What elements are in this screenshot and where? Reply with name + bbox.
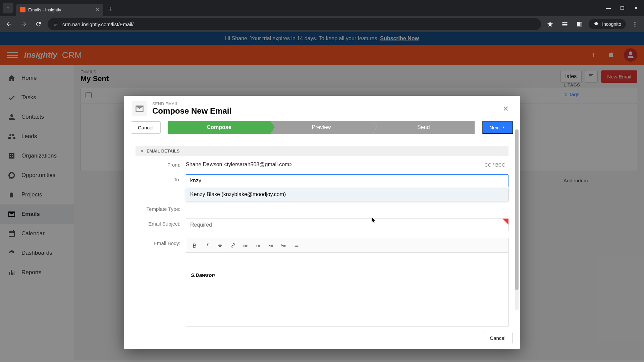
- next-button[interactable]: Next: [482, 121, 513, 134]
- svg-point-4: [244, 245, 245, 246]
- browser-tab-strip: Emails - Insightly × + — ❐ ✕: [0, 0, 644, 16]
- cc-bcc-toggle[interactable]: CC / BCC: [485, 162, 505, 168]
- autocomplete-option[interactable]: Kenzy Blake (knzyblake@moodjoy.com): [186, 188, 508, 201]
- svg-point-5: [244, 246, 245, 247]
- minimize-icon[interactable]: —: [606, 5, 611, 11]
- footer-cancel-button[interactable]: Cancel: [483, 332, 513, 344]
- modal-close-icon[interactable]: ×: [500, 102, 512, 115]
- autocomplete-dropdown: Kenzy Blake (knzyblake@moodjoy.com): [186, 188, 508, 201]
- italic-button[interactable]: [202, 240, 213, 250]
- tab-search-button[interactable]: [3, 3, 13, 13]
- cancel-button[interactable]: Cancel: [131, 121, 161, 134]
- browser-toolbar: crm.na1.insightly.com/list/Email/ Incogn…: [0, 16, 644, 32]
- maximize-icon[interactable]: ❐: [620, 5, 625, 11]
- reload-button[interactable]: [33, 18, 44, 30]
- modal-eyebrow: SEND EMAIL: [152, 102, 231, 106]
- to-label: To:: [136, 174, 186, 182]
- svg-point-2: [634, 25, 635, 26]
- browser-menu-icon[interactable]: [629, 18, 641, 30]
- bookmark-icon[interactable]: [544, 18, 556, 30]
- indent-button[interactable]: [278, 240, 289, 250]
- compose-email-modal: SEND EMAIL Compose New Email × Cancel Co…: [124, 96, 520, 349]
- incognito-label: Incognito: [602, 21, 621, 27]
- modal-scrollbar[interactable]: [515, 129, 519, 310]
- section-label: EMAIL DETAILS: [147, 148, 179, 154]
- to-input[interactable]: [186, 174, 508, 187]
- numbered-list-button[interactable]: [253, 240, 264, 250]
- window-controls: — ❐ ✕: [606, 5, 641, 11]
- editor-toolbar: [186, 238, 508, 253]
- outdent-button[interactable]: [265, 240, 277, 250]
- bullet-list-button[interactable]: [240, 240, 251, 250]
- incognito-badge[interactable]: Incognito: [589, 19, 626, 29]
- mail-icon: [132, 101, 147, 116]
- panel-icon[interactable]: [574, 18, 585, 30]
- strikethrough-button[interactable]: [214, 240, 226, 250]
- url-text: crm.na1.insightly.com/list/Email/: [62, 21, 133, 27]
- wizard-steps: Compose Preview Send: [168, 121, 475, 134]
- svg-point-1: [634, 23, 635, 24]
- step-preview[interactable]: Preview: [270, 121, 373, 134]
- step-send[interactable]: Send: [372, 121, 475, 134]
- svg-point-0: [634, 22, 635, 23]
- address-bar[interactable]: crm.na1.insightly.com/list/Email/: [48, 18, 541, 30]
- from-label: From:: [136, 160, 186, 168]
- next-button-label: Next: [489, 125, 500, 130]
- align-button[interactable]: [291, 240, 302, 250]
- modal-title: Compose New Email: [152, 106, 231, 116]
- svg-point-3: [244, 244, 245, 245]
- signature-text: S.Dawson: [191, 272, 503, 278]
- from-value: Shane Dawson <tylersarah508@gmail.com>: [186, 160, 508, 168]
- forward-button: [18, 18, 30, 30]
- site-info-icon[interactable]: [52, 21, 59, 27]
- required-indicator: [502, 219, 508, 225]
- extensions-icon[interactable]: [559, 18, 571, 30]
- subject-input[interactable]: [186, 219, 508, 231]
- chevron-down-icon: ▼: [140, 149, 144, 153]
- tab-favicon: [20, 7, 25, 12]
- browser-tab[interactable]: Emails - Insightly ×: [16, 4, 103, 16]
- link-button[interactable]: [227, 240, 238, 250]
- back-button[interactable]: [3, 18, 15, 30]
- bold-button[interactable]: [189, 240, 200, 250]
- close-window-icon[interactable]: ✕: [634, 5, 638, 11]
- body-label: Email Body:: [136, 238, 186, 246]
- template-type-label: Template Type:: [136, 204, 186, 212]
- section-email-details[interactable]: ▼ EMAIL DETAILS: [136, 146, 508, 156]
- tab-title: Emails - Insightly: [28, 7, 61, 12]
- chevron-right-icon: [502, 125, 506, 129]
- email-body-editor[interactable]: S.Dawson: [186, 253, 508, 326]
- new-tab-button[interactable]: +: [108, 5, 112, 13]
- subject-label: Email Subject:: [136, 219, 186, 227]
- step-compose[interactable]: Compose: [168, 121, 270, 134]
- tab-close-icon[interactable]: ×: [92, 6, 99, 13]
